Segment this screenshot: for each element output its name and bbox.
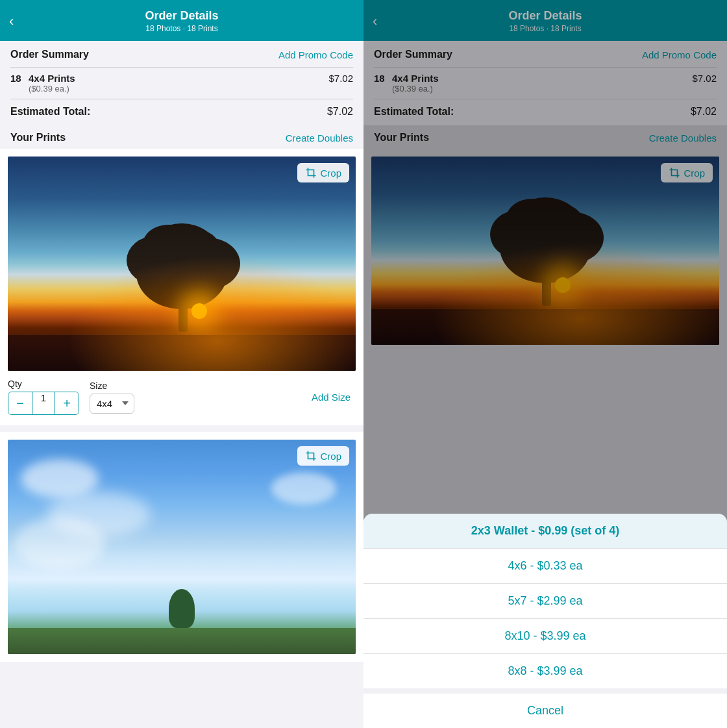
left-print-card-1: Crop Qty − 1 + Size 4x4 4x6: [0, 149, 364, 425]
left-summary-row: 18 4x4 Prints ($0.39 ea.) $7.02: [10, 67, 353, 99]
svg-point-6: [170, 229, 219, 266]
left-your-prints-header: Your Prints Create Doubles: [0, 125, 364, 149]
left-size-label: Size: [90, 381, 134, 391]
left-order-summary: Order Summary Add Promo Code 18 4x4 Prin…: [0, 41, 364, 125]
left-add-size-button[interactable]: Add Size: [306, 392, 356, 403]
action-sheet-item-1[interactable]: 4x6 - $0.33 ea: [364, 549, 727, 584]
left-crop-icon-2: [305, 450, 317, 462]
left-size-block: Size 4x4 4x6 5x7 8x10: [90, 381, 134, 414]
left-panel: ‹ Order Details 18 Photos · 18 Prints Or…: [0, 0, 364, 728]
left-print-image-2: Crop: [8, 440, 356, 654]
left-item-price-ea: ($0.39 ea.): [29, 84, 328, 94]
left-your-prints-title: Your Prints: [10, 132, 66, 144]
left-qty-block: Qty − 1 +: [8, 379, 79, 415]
left-create-doubles-button[interactable]: Create Doubles: [286, 132, 353, 144]
left-tree-silhouette-1: [117, 215, 247, 332]
left-summary-title: Order Summary: [10, 49, 89, 60]
left-crop-icon-1: [305, 167, 317, 179]
left-estimated-row: Estimated Total: $7.02: [10, 99, 353, 125]
left-item-qty: 18: [10, 73, 29, 84]
left-header-title-block: Order Details 18 Photos · 18 Prints: [145, 9, 218, 33]
left-estimated-value: $7.02: [327, 106, 353, 118]
left-header-subtitle: 18 Photos · 18 Prints: [145, 24, 218, 33]
right-panel: ‹ Order Details 18 Photos · 18 Prints Or…: [364, 0, 727, 728]
action-sheet-cancel-button[interactable]: Cancel: [364, 694, 727, 728]
svg-rect-0: [179, 293, 188, 332]
left-crop-button-2[interactable]: Crop: [297, 446, 349, 466]
action-sheet-item-3[interactable]: 8x10 - $3.99 ea: [364, 619, 727, 654]
left-qty-value: 1: [32, 392, 55, 414]
left-item-total: $7.02: [328, 73, 353, 84]
left-crop-button-1[interactable]: Crop: [297, 163, 349, 182]
svg-point-5: [143, 225, 195, 264]
action-sheet-item-0[interactable]: 2x3 Wallet - $0.99 (set of 4): [364, 514, 727, 549]
left-crop-label-1: Crop: [320, 168, 341, 179]
left-print-card-2: Crop: [0, 432, 364, 662]
svg-point-4: [146, 223, 217, 278]
left-header-title: Order Details: [145, 9, 218, 23]
left-size-select[interactable]: 4x4 4x6 5x7 8x10: [90, 394, 134, 414]
left-header: ‹ Order Details 18 Photos · 18 Prints: [0, 0, 364, 41]
left-item-name: 4x4 Prints: [29, 73, 328, 84]
svg-point-2: [127, 236, 185, 285]
action-sheet-overlay[interactable]: 2x3 Wallet - $0.99 (set of 4) 4x6 - $0.3…: [364, 0, 727, 728]
left-back-button[interactable]: ‹: [9, 13, 14, 30]
svg-point-3: [175, 238, 240, 290]
left-estimated-label: Estimated Total:: [10, 106, 90, 118]
left-print-controls-1: Qty − 1 + Size 4x4 4x6 5x7 8x10: [8, 371, 356, 418]
left-qty-label: Qty: [8, 379, 79, 389]
left-print-image-1: Crop: [8, 157, 356, 371]
left-qty-increase[interactable]: +: [55, 392, 79, 414]
left-add-promo-button[interactable]: Add Promo Code: [278, 49, 353, 60]
left-item-info: 4x4 Prints ($0.39 ea.): [29, 73, 328, 94]
action-sheet-item-4[interactable]: 8x8 - $3.99 ea: [364, 654, 727, 688]
left-qty-stepper: − 1 +: [8, 392, 79, 415]
action-sheet-item-2[interactable]: 5x7 - $2.99 ea: [364, 584, 727, 619]
svg-point-1: [136, 238, 227, 309]
left-summary-header: Order Summary Add Promo Code: [10, 49, 353, 60]
left-qty-decrease[interactable]: −: [8, 392, 32, 414]
left-scroll-area[interactable]: Crop Qty − 1 + Size 4x4 4x6: [0, 149, 364, 728]
action-sheet: 2x3 Wallet - $0.99 (set of 4) 4x6 - $0.3…: [364, 514, 727, 728]
left-crop-label-2: Crop: [320, 451, 341, 462]
